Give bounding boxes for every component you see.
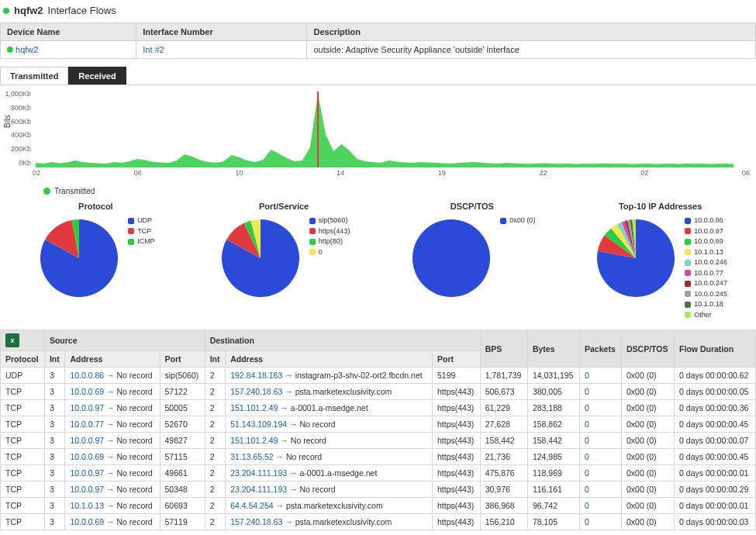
col-src-address[interactable]: Address (65, 351, 160, 368)
legend-item[interactable]: 10.0.0.247 (685, 278, 727, 289)
table-row[interactable]: TCP310.0.0.69 → No record571222157.240.1… (1, 384, 756, 400)
src-ip-link[interactable]: 10.0.0.69 (70, 387, 104, 396)
table-row[interactable]: TCP310.1.0.13 → No record60693264.4.54.2… (1, 498, 756, 514)
x-tick: 14 (337, 169, 344, 177)
legend-item[interactable]: 0x00 (0) (500, 216, 535, 226)
packets-link[interactable]: 0 (585, 387, 589, 396)
table-row[interactable]: TCP310.0.0.97 → No record49661223.204.11… (1, 465, 756, 482)
table-row[interactable]: TCP310.0.0.77 → No record52670251.143.10… (1, 416, 756, 433)
dst-ip-link[interactable]: 31.13.65.52 (230, 452, 273, 461)
table-row[interactable]: TCP310.0.0.97 → No record50348223.204.11… (1, 482, 756, 498)
cell-duration: 0 days 00:00:00.03 (675, 514, 756, 530)
src-ip-link[interactable]: 10.0.0.97 (70, 468, 104, 478)
pie-chart-icon[interactable] (36, 216, 122, 301)
legend-item[interactable]: 10.0.0.69 (685, 236, 727, 247)
pie-chart-icon[interactable] (409, 216, 494, 301)
packets-link[interactable]: 0 (585, 436, 589, 445)
src-ip-link[interactable]: 10.0.0.77 (70, 419, 104, 429)
legend-item[interactable]: 10.1.0.18 (685, 299, 727, 310)
legend-item[interactable]: ICMP (128, 236, 155, 247)
col-packets[interactable]: Packets (580, 330, 622, 368)
legend-item[interactable]: 10.1.0.13 (685, 247, 727, 258)
col-bytes[interactable]: Bytes (527, 330, 579, 368)
cell-dst-port: https(443) (432, 416, 480, 433)
packets-link[interactable]: 0 (585, 371, 589, 380)
dst-ip-link[interactable]: 151.101.2.49 (230, 403, 278, 412)
src-ip-link[interactable]: 10.0.0.97 (70, 436, 104, 445)
legend-item[interactable]: 10.0.0.77 (685, 268, 727, 279)
legend-item[interactable]: 0 (309, 247, 350, 258)
dst-ip-link[interactable]: 157.240.18.63 (230, 387, 282, 396)
cell-dst-address: 51.143.109.194 → No record (226, 416, 433, 433)
legend-item[interactable]: sip(5060) (309, 216, 350, 226)
tab-transmitted[interactable]: Transmitted (0, 67, 68, 85)
col-protocol[interactable]: Protocol (1, 351, 45, 368)
packets-link[interactable]: 0 (585, 452, 589, 461)
cell-src-port: 49661 (160, 465, 205, 482)
src-ip-link[interactable]: 10.0.0.69 (70, 452, 104, 461)
table-row[interactable]: TCP310.0.0.97 → No record498272151.101.2… (1, 433, 756, 449)
legend-item[interactable]: 10.0.0.97 (685, 226, 727, 237)
col-dscp[interactable]: DSCP/TOS (622, 330, 675, 368)
dst-ip-link[interactable]: 23.204.111.193 (230, 485, 287, 494)
excel-export-icon[interactable]: x (5, 333, 19, 347)
cell-src-port: 49827 (160, 433, 205, 449)
col-device-name: Device Name (1, 23, 136, 41)
col-src-port[interactable]: Port (160, 351, 205, 368)
table-row[interactable]: TCP310.0.0.97 → No record500052151.101.2… (1, 400, 756, 416)
pie-title: Port/Service (192, 202, 377, 211)
col-dst-port[interactable]: Port (432, 351, 480, 368)
pie-chart-icon[interactable] (593, 216, 678, 301)
cell-protocol: TCP (1, 465, 45, 482)
col-duration[interactable]: Flow Duration (675, 330, 756, 368)
dst-ip-link[interactable]: 51.143.109.194 (230, 419, 287, 429)
tab-received[interactable]: Received (68, 67, 126, 85)
packets-link[interactable]: 0 (585, 501, 589, 510)
col-src-int[interactable]: Int (44, 351, 64, 368)
legend-item[interactable]: 10.0.0.246 (685, 257, 727, 268)
packets-link[interactable]: 0 (585, 403, 589, 412)
src-ip-link[interactable]: 10.0.0.86 (70, 371, 104, 380)
dst-ip-link[interactable]: 23.204.111.193 (230, 468, 287, 478)
legend-label: https(443) (319, 226, 350, 237)
traffic-chart: Bits 1,000Kb800Kb600Kb400Kb200Kb0Kb 0206… (0, 85, 756, 185)
packets-link[interactable]: 0 (585, 517, 589, 526)
dst-ip-link[interactable]: 151.101.2.49 (230, 436, 278, 445)
legend-item[interactable]: https(443) (309, 226, 350, 237)
packets-link[interactable]: 0 (585, 419, 589, 429)
legend-item[interactable]: UDP (128, 216, 155, 226)
legend-item[interactable]: 10.0.0.86 (685, 216, 727, 226)
cell-protocol: TCP (1, 400, 45, 416)
area-chart-svg[interactable] (36, 90, 734, 167)
cell-src-address: 10.0.0.69 → No record (65, 449, 160, 465)
cell-packets: 0 (580, 400, 622, 416)
table-row[interactable]: TCP310.0.0.69 → No record571192157.240.1… (1, 514, 756, 530)
src-ip-link[interactable]: 10.0.0.69 (70, 517, 104, 526)
src-ip-link[interactable]: 10.0.0.97 (70, 403, 104, 412)
col-dst-int[interactable]: Int (205, 351, 225, 368)
col-bps[interactable]: BPS (480, 330, 527, 368)
dst-ip-link[interactable]: 64.4.54.254 (230, 501, 273, 510)
legend-item[interactable]: 10.0.0.245 (685, 289, 727, 300)
legend-item[interactable]: TCP (128, 226, 155, 237)
cell-dscp: 0x00 (0) (622, 465, 675, 482)
packets-link[interactable]: 0 (585, 468, 589, 478)
x-tick: 06 (134, 169, 142, 177)
table-row[interactable]: UDP310.0.0.86 → No recordsip(5060)2192.8… (1, 368, 756, 384)
legend-item[interactable]: Other (685, 310, 727, 321)
pie-chart-icon[interactable] (218, 216, 303, 301)
col-dst-address[interactable]: Address (226, 351, 433, 368)
src-ip-link[interactable]: 10.0.0.97 (70, 485, 104, 494)
cell-protocol: TCP (1, 482, 45, 498)
packets-link[interactable]: 0 (585, 485, 589, 494)
x-tick: 22 (540, 169, 547, 177)
dst-ip-link[interactable]: 157.240.18.63 (230, 517, 282, 526)
device-link[interactable]: hqfw2 (16, 45, 38, 54)
legend-item[interactable]: http(80) (309, 236, 350, 247)
cell-dst-port: https(443) (432, 498, 480, 514)
interface-link[interactable]: Int #2 (143, 45, 164, 54)
legend-swatch-icon (128, 239, 134, 245)
dst-ip-link[interactable]: 192.84.18.163 (230, 371, 282, 380)
table-row[interactable]: TCP310.0.0.69 → No record57115231.13.65.… (1, 449, 756, 465)
src-ip-link[interactable]: 10.1.0.13 (70, 501, 104, 510)
